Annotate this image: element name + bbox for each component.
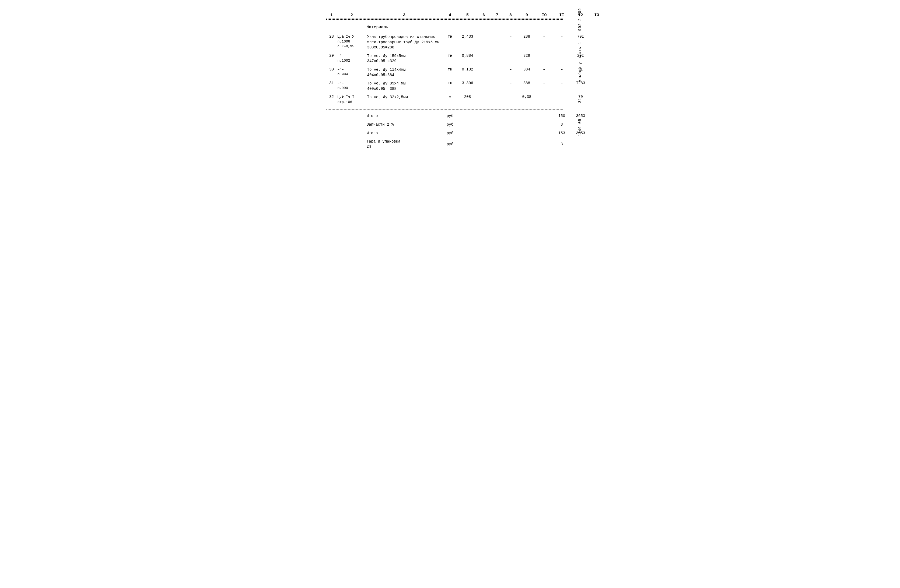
summary-unit-3: руб bbox=[442, 131, 458, 135]
col-header-2: 2 bbox=[337, 13, 367, 17]
summary-label-1: Итого bbox=[367, 113, 442, 118]
row-ref: –"– п.1002 bbox=[337, 53, 367, 64]
row-desc: То же, Ду 114x4мм 404x0,95=384 bbox=[367, 67, 442, 78]
side-label-2: Альбом у часть 1 bbox=[578, 42, 582, 82]
summary-row-tara: Тара и упаковка 2% руб 3 bbox=[326, 138, 563, 151]
summary-col11-1: I50 bbox=[552, 113, 571, 119]
section-label: Материалы bbox=[326, 22, 563, 33]
col-header-4: 4 bbox=[442, 13, 458, 17]
row-col10: – bbox=[536, 94, 552, 99]
row-col13 bbox=[590, 53, 604, 54]
summary-col11-3: I53 bbox=[552, 130, 571, 136]
col-header-7: 7 bbox=[490, 13, 504, 17]
page-wrapper: 902-2-289 Альбом у часть 1 — 31 — 1446.0… bbox=[321, 5, 579, 583]
row-col13 bbox=[590, 94, 604, 95]
row-col11: – bbox=[552, 80, 571, 86]
row-unit: тн bbox=[442, 67, 458, 72]
row-unit: тн bbox=[442, 53, 458, 58]
table-row: 28 Ц.№ Iч.У п.1006 с К=0,95 Узлы трубопр… bbox=[326, 33, 563, 52]
row-col5: 3,306 bbox=[458, 80, 477, 86]
row-num: 31 bbox=[326, 80, 337, 86]
col-header-8: 8 bbox=[504, 13, 517, 17]
table-row: 32 Ц.№ Iч.I стр.106 То же, Ду 32x2,5мм м… bbox=[326, 93, 563, 107]
row-col11: – bbox=[552, 34, 571, 39]
table-row: 29 –"– п.1002 То же, Ду 159x5мм 347x0,95… bbox=[326, 52, 563, 66]
row-desc: То же, Ду 89x4 мм 409x0,95= 388 bbox=[367, 80, 442, 92]
row-ref: Ц.№ Iч.I стр.106 bbox=[337, 94, 367, 105]
row-num: 28 bbox=[326, 34, 337, 39]
row-desc: То же, Ду 159x5мм 347x0,95 =329 bbox=[367, 53, 442, 65]
summary-unit-1: руб bbox=[442, 114, 458, 118]
row-col5: 0,I32 bbox=[458, 67, 477, 72]
row-col10: – bbox=[536, 67, 552, 72]
summary-row-itogo1: Итого руб I50 3653 bbox=[326, 111, 563, 120]
side-labels: 902-2-289 Альбом у часть 1 — 31 — 1446.0… bbox=[578, 5, 582, 583]
row-col9: 384 bbox=[517, 67, 536, 72]
table-row: 31 –"– п.990 То же, Ду 89x4 мм 409x0,95=… bbox=[326, 79, 563, 93]
row-col11: – bbox=[552, 53, 571, 58]
sub-dashed bbox=[326, 19, 563, 20]
row-col5: 2,433 bbox=[458, 34, 477, 39]
row-col13 bbox=[590, 34, 604, 35]
row-col6 bbox=[477, 94, 490, 95]
column-headers: 1 2 3 4 5 6 7 8 9 IO II I2 I3 bbox=[326, 11, 563, 19]
row-col8: – bbox=[504, 67, 517, 72]
row-col10: – bbox=[536, 53, 552, 58]
row-col9: 0,38 bbox=[517, 94, 536, 99]
row-col10: – bbox=[536, 34, 552, 39]
row-col9: 329 bbox=[517, 53, 536, 58]
row-ref: –"– п.990 bbox=[337, 80, 367, 91]
summary-row-zapchasti: Запчасти 2 % руб 3 bbox=[326, 120, 563, 129]
summary-unit-2: руб bbox=[442, 122, 458, 127]
row-col9: 388 bbox=[517, 80, 536, 86]
side-label-1: 902-2-289 bbox=[578, 8, 582, 31]
summary-unit-4: руб bbox=[442, 142, 458, 146]
col-header-11: II bbox=[552, 13, 571, 17]
side-label-4: 1446.05 bbox=[578, 119, 582, 136]
row-col6 bbox=[477, 34, 490, 35]
row-num: 29 bbox=[326, 53, 337, 58]
row-col8: – bbox=[504, 53, 517, 58]
row-col6 bbox=[477, 53, 490, 54]
row-col7 bbox=[490, 53, 504, 54]
summary-label-2: Запчасти 2 % bbox=[367, 122, 442, 127]
side-label-3: — 31 — bbox=[578, 93, 582, 108]
summary-label-4: Тара и упаковка 2% bbox=[367, 139, 442, 150]
table-row: 30 –"– п.994 То же, Ду 114x4мм 404x0,95=… bbox=[326, 66, 563, 79]
row-num: 32 bbox=[326, 94, 337, 99]
summary-label-3: Итого bbox=[367, 131, 442, 136]
row-ref: Ц.№ Iч.У п.1006 с К=0,95 bbox=[337, 34, 367, 50]
row-col7 bbox=[490, 67, 504, 68]
col-header-10: IO bbox=[536, 13, 552, 17]
col-header-9: 9 bbox=[517, 13, 536, 17]
row-col9: 288 bbox=[517, 34, 536, 39]
row-col7 bbox=[490, 34, 504, 35]
row-col6 bbox=[477, 80, 490, 82]
row-unit: тн bbox=[442, 80, 458, 86]
row-col5: 0,884 bbox=[458, 53, 477, 58]
row-col8: – bbox=[504, 80, 517, 86]
row-col10: – bbox=[536, 80, 552, 86]
row-desc: Узлы трубопроводов из стальных элек-трос… bbox=[367, 34, 442, 51]
row-unit: тн bbox=[442, 34, 458, 39]
col-header-6: 6 bbox=[477, 13, 490, 17]
summary-col11-4: 3 bbox=[552, 141, 571, 147]
col-header-3: 3 bbox=[367, 13, 442, 17]
summary-row-itogo2: Итого руб I53 3653 bbox=[326, 129, 563, 138]
data-rows: 28 Ц.№ Iч.У п.1006 с К=0,95 Узлы трубопр… bbox=[326, 33, 563, 107]
col-header-1: 1 bbox=[326, 13, 337, 17]
row-col8: – bbox=[504, 94, 517, 99]
summary-section: Итого руб I50 3653 Запчасти 2 % руб 3 bbox=[326, 109, 563, 151]
row-col7 bbox=[490, 80, 504, 82]
col-header-13: I3 bbox=[590, 13, 604, 17]
row-col11: – bbox=[552, 67, 571, 72]
row-num: 30 bbox=[326, 67, 337, 72]
row-col8: – bbox=[504, 34, 517, 39]
row-desc: То же, Ду 32x2,5мм bbox=[367, 94, 442, 101]
row-ref: –"– п.994 bbox=[337, 67, 367, 77]
row-col11: – bbox=[552, 94, 571, 99]
row-col7 bbox=[490, 94, 504, 95]
summary-col11-2: 3 bbox=[552, 122, 571, 127]
row-unit: м bbox=[442, 94, 458, 99]
row-col6 bbox=[477, 67, 490, 68]
